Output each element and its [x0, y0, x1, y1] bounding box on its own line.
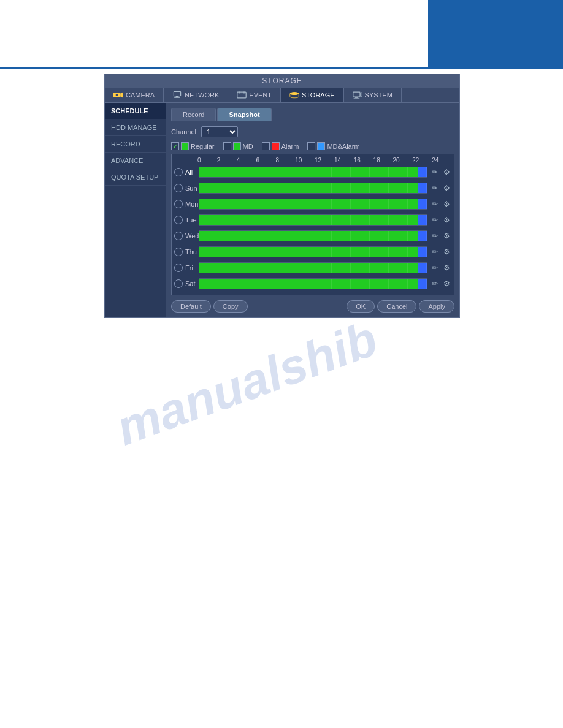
regular-checkbox[interactable]	[171, 142, 179, 150]
svg-rect-4	[176, 96, 179, 97]
svg-point-11	[290, 92, 299, 95]
day-sun-actions: ✏ ⚙	[430, 183, 451, 193]
tab-system[interactable]: SYSTEM	[344, 88, 402, 102]
tab-system-label: SYSTEM	[365, 91, 393, 99]
day-row-all: All ✏ ⚙	[174, 165, 451, 180]
grid-lines-thu	[199, 247, 427, 257]
settings-all-icon[interactable]: ⚙	[442, 167, 451, 177]
day-fri-actions: ✏ ⚙	[430, 263, 451, 273]
sub-tab-record[interactable]: Record	[171, 108, 216, 121]
storage-icon	[289, 91, 299, 99]
tue-checkbox[interactable]	[174, 216, 183, 224]
legend-md-alarm: MD&Alarm	[307, 142, 359, 150]
time-0: 0	[197, 157, 217, 164]
day-sat-bar[interactable]	[199, 278, 427, 289]
schedule-grid: 0 2 4 6 8 10 12 14 16 18 20 22 24	[171, 154, 454, 295]
day-fri-bar[interactable]	[199, 262, 427, 273]
top-line	[0, 67, 563, 69]
time-24: 24	[432, 157, 451, 164]
day-mon-bar[interactable]	[199, 199, 427, 210]
time-4: 4	[237, 157, 256, 164]
regular-color	[181, 142, 189, 150]
settings-thu-icon[interactable]: ⚙	[442, 247, 451, 257]
edit-thu-icon[interactable]: ✏	[430, 247, 440, 257]
tab-storage[interactable]: STORAGE	[281, 88, 344, 102]
day-mon-actions: ✏ ⚙	[430, 199, 451, 209]
day-row-fri: Fri ✏ ⚙	[174, 260, 451, 275]
time-6: 6	[256, 157, 276, 164]
alarm-checkbox[interactable]	[262, 142, 270, 150]
tab-camera[interactable]: CAMERA	[105, 88, 164, 102]
sidebar-item-advance[interactable]: ADVANCE	[105, 153, 166, 169]
sidebar-item-schedule[interactable]: SCHEDULE	[105, 103, 166, 119]
ok-button[interactable]: OK	[347, 300, 375, 313]
edit-fri-icon[interactable]: ✏	[430, 263, 440, 273]
legend-regular: Regular	[171, 142, 215, 150]
sat-checkbox[interactable]	[174, 279, 183, 288]
svg-rect-15	[353, 98, 359, 99]
fri-checkbox[interactable]	[174, 264, 183, 272]
sun-checkbox[interactable]	[174, 184, 183, 192]
title-bar: STORAGE	[105, 74, 459, 88]
apply-button[interactable]: Apply	[419, 300, 454, 313]
sidebar-item-quota-setup[interactable]: QUOTA SETUP	[105, 169, 166, 186]
wed-checkbox[interactable]	[174, 232, 183, 240]
legend-md: MD	[223, 142, 253, 150]
settings-sun-icon[interactable]: ⚙	[442, 183, 451, 193]
network-icon	[172, 91, 182, 99]
edit-mon-icon[interactable]: ✏	[430, 199, 440, 209]
nav-tabs: CAMERA NETWORK EVENT	[105, 88, 459, 103]
tab-event[interactable]: EVENT	[228, 88, 281, 102]
settings-wed-icon[interactable]: ⚙	[442, 231, 451, 241]
sidebar-item-record[interactable]: RECORD	[105, 136, 166, 153]
day-all-bar[interactable]	[199, 167, 427, 178]
watermark: manualshib	[109, 311, 385, 457]
btn-group-left: Default Copy	[171, 300, 248, 313]
copy-button[interactable]: Copy	[213, 300, 248, 313]
default-button[interactable]: Default	[171, 300, 211, 313]
settings-sat-icon[interactable]: ⚙	[442, 279, 451, 289]
svg-rect-13	[360, 93, 361, 96]
md-checkbox[interactable]	[223, 142, 231, 150]
grid-lines-tue	[199, 215, 427, 225]
legend-row: Regular MD Alarm MD&Alarm	[171, 142, 454, 150]
day-wed-bar[interactable]	[199, 230, 427, 241]
camera-icon	[113, 91, 123, 99]
top-right-decoration	[428, 0, 563, 67]
md-alarm-checkbox[interactable]	[307, 142, 315, 150]
svg-rect-5	[174, 97, 180, 98]
all-checkbox[interactable]	[174, 168, 183, 176]
grid-lines-sun	[199, 183, 427, 193]
channel-select[interactable]: 1	[201, 126, 238, 137]
sidebar: SCHEDULE HDD MANAGE RECORD ADVANCE QUOTA…	[105, 103, 166, 317]
settings-mon-icon[interactable]: ⚙	[442, 199, 451, 209]
settings-fri-icon[interactable]: ⚙	[442, 263, 451, 273]
time-12: 12	[315, 157, 334, 164]
day-sun-bar[interactable]	[199, 183, 427, 194]
sub-tab-snapshot[interactable]: Snapshot	[217, 108, 271, 121]
sidebar-item-hdd-manage[interactable]: HDD MANAGE	[105, 119, 166, 136]
main-content: SCHEDULE HDD MANAGE RECORD ADVANCE QUOTA…	[105, 103, 459, 317]
mon-checkbox[interactable]	[174, 200, 183, 208]
tab-network[interactable]: NETWORK	[164, 88, 228, 102]
grid-lines-fri	[199, 263, 427, 273]
day-wed-label: Wed	[185, 232, 199, 240]
cancel-button[interactable]: Cancel	[377, 300, 416, 313]
grid-lines-mon	[199, 199, 427, 209]
edit-sat-icon[interactable]: ✏	[430, 279, 440, 289]
time-2: 2	[217, 157, 237, 164]
sub-tabs: Record Snapshot	[171, 108, 454, 121]
day-tue-bar[interactable]	[199, 214, 427, 226]
edit-wed-icon[interactable]: ✏	[430, 231, 440, 241]
settings-tue-icon[interactable]: ⚙	[442, 215, 451, 225]
day-tue-label: Tue	[185, 216, 199, 224]
edit-sun-icon[interactable]: ✏	[430, 183, 440, 193]
tab-network-label: NETWORK	[185, 91, 219, 99]
channel-row: Channel 1	[171, 126, 454, 137]
day-thu-bar[interactable]	[199, 246, 427, 257]
edit-tue-icon[interactable]: ✏	[430, 215, 440, 225]
title-text: STORAGE	[262, 77, 302, 85]
thu-checkbox[interactable]	[174, 248, 183, 256]
day-wed-actions: ✏ ⚙	[430, 231, 451, 241]
edit-all-icon[interactable]: ✏	[430, 167, 440, 177]
